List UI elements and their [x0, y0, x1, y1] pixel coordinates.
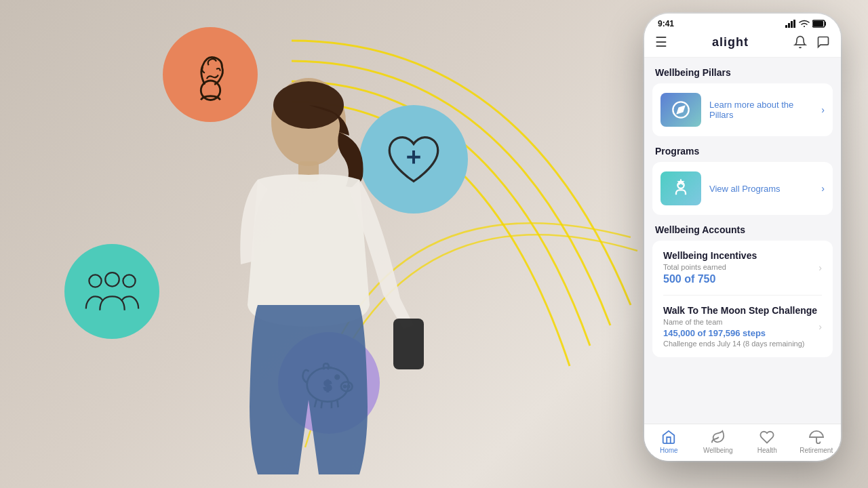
programs-card[interactable]: View all Programs › — [652, 162, 833, 215]
programs-image — [660, 171, 701, 205]
step-challenge-chevron: › — [818, 321, 822, 332]
app-logo: alight — [712, 35, 749, 49]
status-icons — [785, 20, 827, 28]
svg-rect-20 — [393, 319, 424, 369]
nav-home[interactable]: Home — [644, 430, 694, 454]
nav-health-label: Health — [757, 447, 777, 454]
person-figure — [190, 68, 427, 474]
signal-icon — [785, 20, 796, 28]
incentives-title: Wellbeing Incentives — [663, 250, 818, 261]
nav-health[interactable]: Health — [743, 430, 792, 454]
svg-rect-24 — [793, 20, 795, 28]
team-circle — [64, 244, 159, 339]
step-challenge-title: Walk To The Moon Step Challenge — [663, 305, 818, 316]
phone-header: ☰ alight — [644, 31, 841, 58]
pillars-image — [660, 93, 701, 127]
home-icon — [661, 430, 676, 445]
team-icon — [81, 261, 143, 323]
programs-row[interactable]: View all Programs › — [652, 162, 833, 215]
svg-rect-21 — [785, 25, 787, 28]
step-challenge-value: 145,000 of 197,596 steps — [663, 328, 818, 338]
header-icons — [793, 35, 830, 49]
svg-point-5 — [105, 272, 119, 286]
programs-title: Programs — [644, 146, 841, 162]
svg-rect-22 — [788, 23, 790, 28]
pillars-link[interactable]: Learn more about the Pillars — [709, 100, 813, 120]
incentives-subtitle: Total points earned — [663, 263, 818, 271]
incentives-card[interactable]: Wellbeing Incentives Total points earned… — [652, 241, 833, 357]
person-star-icon — [671, 179, 690, 198]
bell-icon[interactable] — [793, 35, 807, 49]
svg-rect-26 — [813, 21, 823, 26]
nav-wellbeing[interactable]: Wellbeing — [694, 430, 743, 454]
pillars-chevron: › — [821, 104, 825, 115]
accounts-title: Wellbeing Accounts — [644, 224, 841, 241]
umbrella-icon — [809, 430, 824, 445]
svg-rect-23 — [791, 21, 793, 28]
nav-retirement[interactable]: Retirement — [792, 430, 842, 454]
menu-icon[interactable]: ☰ — [655, 34, 667, 50]
incentives-chevron: › — [818, 262, 822, 273]
programs-link[interactable]: View all Programs — [709, 184, 813, 194]
compass-icon — [671, 100, 690, 119]
nav-retirement-label: Retirement — [800, 447, 833, 454]
svg-point-3 — [89, 274, 101, 287]
pillars-row[interactable]: Learn more about the Pillars › — [652, 83, 833, 136]
programs-chevron: › — [821, 183, 825, 194]
incentives-info: Wellbeing Incentives Total points earned… — [663, 250, 818, 285]
health-nav-icon — [760, 430, 774, 445]
phone-mockup: 9:41 ☰ alight — [644, 14, 841, 461]
step-challenge-subtitle: Name of the team — [663, 318, 818, 326]
bottom-nav: Home Wellbeing Health Retirement — [644, 424, 841, 461]
step-challenge-info: Walk To The Moon Step Challenge Name of … — [663, 305, 818, 348]
leaf-icon — [711, 430, 726, 445]
incentives-value: 500 of 750 — [663, 273, 818, 285]
nav-wellbeing-label: Wellbeing — [703, 447, 733, 454]
phone-content: Wellbeing Pillars Learn more about the P… — [644, 58, 841, 424]
pillars-card[interactable]: Learn more about the Pillars › — [652, 83, 833, 136]
pillars-title: Wellbeing Pillars — [644, 67, 841, 83]
step-challenge-desc: Challenge ends July 14 (8 days remaining… — [663, 340, 818, 348]
nav-home-label: Home — [660, 447, 678, 454]
battery-icon — [812, 20, 827, 28]
step-challenge-row[interactable]: Walk To The Moon Step Challenge Name of … — [652, 296, 833, 357]
incentives-row[interactable]: Wellbeing Incentives Total points earned… — [652, 241, 833, 295]
status-bar: 9:41 — [644, 14, 841, 31]
chat-icon[interactable] — [816, 35, 830, 49]
svg-point-4 — [123, 274, 135, 287]
svg-marker-28 — [677, 106, 684, 113]
status-time: 9:41 — [658, 19, 674, 28]
wifi-icon — [799, 20, 810, 28]
